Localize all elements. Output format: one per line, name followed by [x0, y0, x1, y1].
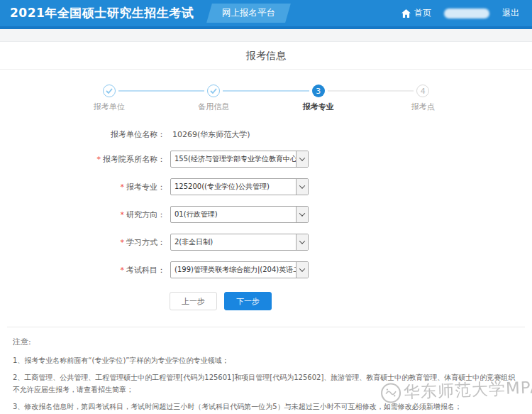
step-circle-done — [207, 85, 220, 97]
exam-subjects-select-value: (199)管理类联考综合能力|(204)英语二|(-)无 — [171, 262, 296, 278]
department-select-value: 155(经济与管理学部专业学位教育中心) — [171, 151, 296, 167]
step-application-major: 3 报考专业 — [266, 85, 371, 112]
department-label: *报考院系所名称： — [0, 154, 165, 165]
required-mark: * — [121, 183, 125, 192]
nav-home-link[interactable]: 首页 — [401, 7, 431, 19]
step-exam-site: 4 报考点 — [371, 85, 476, 112]
study-mode-select[interactable]: 2(非全日制) — [170, 234, 309, 251]
next-step-button[interactable]: 下一步 — [224, 292, 272, 310]
major-label: *报考专业： — [0, 182, 165, 192]
home-icon — [401, 9, 411, 18]
required-mark: * — [121, 266, 125, 275]
chevron-down-icon[interactable] — [296, 207, 308, 222]
form-row-research-direction: *研究方向： 01(行政管理) — [0, 206, 532, 223]
note-item: 1、报考专业名称前面有“(专业学位)”字样的为专业学位的专业领域； — [13, 354, 522, 366]
exam-subjects-select[interactable]: (199)管理类联考综合能力|(204)英语二|(-)无 — [170, 261, 309, 278]
check-icon — [210, 88, 217, 94]
step-application-unit: 报考单位 — [57, 85, 162, 112]
step-label: 报考点 — [371, 102, 476, 112]
sub-strip — [0, 29, 532, 42]
step-circle-done — [103, 85, 116, 97]
nav-home-label: 首页 — [414, 7, 431, 19]
step-circle-active: 3 — [312, 85, 325, 97]
form-row-major: *报考专业： 125200((专业学位)公共管理) — [0, 178, 532, 195]
note-item: 2、工商管理、公共管理、工程管理硕士中的工程管理[代码为125601]和项目管理… — [13, 371, 522, 396]
step-circle-pending: 4 — [416, 85, 429, 97]
note-item: 3、修改报名信息时，第四考试科目，考试时间超过三小时（考试科目代码第一位为5）与… — [13, 401, 522, 413]
unit-name-label: 报考单位名称： — [0, 129, 165, 140]
research-direction-select[interactable]: 01(行政管理) — [170, 206, 309, 223]
form-row-study-mode: *学习方式： 2(非全日制) — [0, 234, 532, 251]
step-connector — [328, 90, 414, 92]
notes-section: 注意: 1、报考专业名称前面有“(专业学位)”字样的为专业学位的专业领域； 2、… — [0, 327, 532, 414]
required-mark: * — [121, 210, 125, 219]
major-select[interactable]: 125200((专业学位)公共管理) — [170, 178, 309, 195]
platform-badge: 网上报名平台 — [206, 4, 291, 23]
form-row-exam-subjects: *考试科目： (199)管理类联考综合能力|(204)英语二|(-)无 — [0, 261, 532, 278]
step-label: 备用信息 — [162, 102, 267, 112]
research-direction-select-value: 01(行政管理) — [171, 207, 296, 222]
app-header: 2021年全国硕士研究生招生考试 网上报名平台 首页 退出 — [0, 0, 532, 29]
step-connector — [223, 90, 309, 92]
notes-title: 注意: — [13, 337, 522, 347]
step-connector — [118, 90, 205, 92]
chevron-down-icon[interactable] — [296, 262, 308, 278]
step-label: 报考专业 — [266, 102, 371, 112]
unit-name-value: 10269(华东师范大学) — [172, 129, 250, 140]
platform-badge-label: 网上报名平台 — [222, 7, 275, 19]
logout-link[interactable]: 退出 — [502, 7, 519, 19]
step-indicator: 报考单位 备用信息 3 报考专业 4 报考点 — [57, 85, 475, 112]
study-mode-label: *学习方式： — [0, 237, 165, 248]
check-icon — [106, 88, 113, 94]
form-row-department: *报考院系所名称： 155(经济与管理学部专业学位教育中心) — [0, 151, 532, 168]
exam-subjects-label: *考试科目： — [0, 265, 165, 276]
username-blurred[interactable] — [444, 9, 489, 18]
required-mark: * — [121, 238, 125, 247]
step-label: 报考单位 — [57, 102, 162, 112]
form-row-unit: 报考单位名称： 10269(华东师范大学) — [0, 129, 532, 140]
study-mode-select-value: 2(非全日制) — [171, 234, 296, 250]
chevron-down-icon[interactable] — [296, 234, 308, 250]
page-title: 报考信息 — [0, 42, 532, 70]
previous-step-button[interactable]: 上一步 — [170, 292, 217, 310]
major-select-value: 125200((专业学位)公共管理) — [171, 179, 296, 195]
chevron-down-icon[interactable] — [296, 151, 308, 167]
chevron-down-icon[interactable] — [296, 179, 308, 195]
required-mark: * — [97, 155, 101, 164]
department-select[interactable]: 155(经济与管理学部专业学位教育中心) — [170, 151, 309, 168]
research-direction-label: *研究方向： — [0, 209, 165, 220]
form-buttons: 上一步 下一步 — [170, 292, 532, 310]
application-form: 报考单位名称： 10269(华东师范大学) *报考院系所名称： 155(经济与管… — [0, 129, 532, 310]
step-backup-info: 备用信息 — [162, 85, 267, 112]
app-title: 2021年全国硕士研究生招生考试 — [10, 5, 194, 21]
